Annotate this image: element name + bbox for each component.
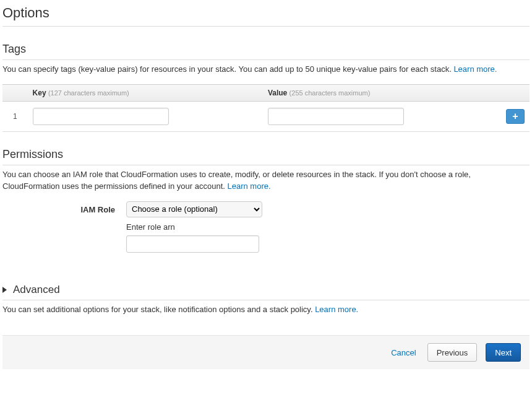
advanced-heading: Advanced [13,284,60,296]
tags-col-actions-header [498,84,530,101]
caret-right-icon [2,287,7,293]
plus-icon: + [512,111,518,122]
cancel-button[interactable]: Cancel [388,343,418,362]
tags-description: You can specify tags (key-value pairs) f… [2,64,530,76]
add-tag-button[interactable]: + [506,109,525,124]
tags-col-index-header [2,84,28,101]
permissions-learn-more-link[interactable]: Learn more. [227,181,270,191]
tags-col-key-header: Key (127 characters maximum) [28,84,263,101]
tag-row-index: 1 [2,101,28,131]
previous-button[interactable]: Previous [427,343,478,362]
tags-heading: Tags [2,43,530,60]
tags-col-value-header: Value (255 characters maximum) [263,84,498,101]
role-arn-input[interactable] [126,235,259,253]
advanced-description: You can set additional options for your … [2,304,530,316]
advanced-toggle[interactable]: Advanced [2,284,530,300]
tags-col-value-label: Value [268,89,287,97]
role-arn-label: Enter role arn [126,222,530,232]
wizard-footer: Cancel Previous Next [2,335,530,369]
tags-learn-more-link[interactable]: Learn more. [453,64,497,74]
permissions-heading: Permissions [2,148,530,165]
iam-role-select[interactable]: Choose a role (optional) [126,201,262,217]
tag-value-input[interactable] [268,108,404,125]
tags-col-key-hint: (127 characters maximum) [48,89,129,97]
table-row: 1 + [2,101,530,131]
tags-description-text: You can specify tags (key-value pairs) f… [2,64,453,74]
tags-col-value-hint: (255 characters maximum) [290,89,371,97]
tag-key-input[interactable] [33,108,169,125]
page-title: Options [2,5,530,27]
next-button[interactable]: Next [486,343,521,362]
advanced-learn-more-link[interactable]: Learn more. [315,305,358,314]
tags-col-key-label: Key [33,89,46,97]
permissions-description: You can choose an IAM role that CloudFor… [2,169,530,193]
advanced-description-text: You can set additional options for your … [2,305,315,314]
iam-role-label: IAM Role [2,201,126,214]
tags-table: Key (127 characters maximum) Value (255 … [2,84,530,132]
